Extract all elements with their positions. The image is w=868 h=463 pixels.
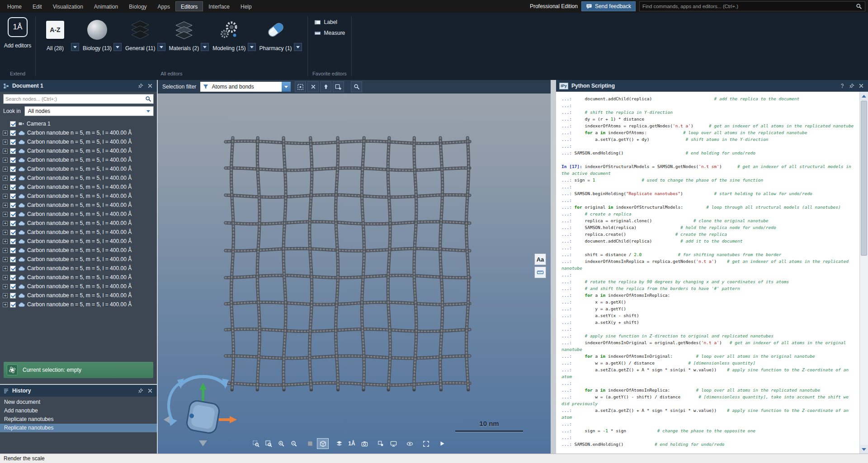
zoom-out-button[interactable] [288,438,300,449]
tree-row-nanotube[interactable]: Carbon nanotube n = 5, m = 5, l = 400.00… [0,237,157,246]
checkbox-checked[interactable] [10,175,16,181]
menu-item-help[interactable]: Help [235,1,257,11]
tree-row-nanotube[interactable]: Carbon nanotube n = 5, m = 5, l = 400.00… [0,273,157,282]
pan-left-arrow[interactable] [164,416,170,423]
zoom-window-button[interactable] [263,438,274,449]
tree-row-nanotube[interactable]: Carbon nanotube n = 5, m = 5, l = 400.00… [0,264,157,273]
look-in-dropdown[interactable]: All nodes [24,106,154,116]
zoom-in-button[interactable] [275,438,287,449]
orient-view-button[interactable] [317,438,329,449]
favorite-label[interactable]: Label [311,17,348,27]
close-icon[interactable] [146,82,154,89]
help-icon[interactable] [839,82,846,89]
menu-item-editors[interactable]: Editors [175,1,203,11]
dropdown-materials-2[interactable] [201,43,209,51]
tree-row-nanotube[interactable]: Carbon nanotube n = 5, m = 5, l = 400.00… [0,246,157,255]
checkbox-checked[interactable] [10,121,16,127]
checkbox-checked[interactable] [10,302,16,308]
expand-icon[interactable] [3,266,8,271]
play-button[interactable] [436,438,448,449]
send-feedback-button[interactable]: Send feedback [581,1,636,11]
tree-row-nanotube[interactable]: Carbon nanotube n = 5, m = 5, l = 400.00… [0,182,157,192]
presentation-button[interactable] [387,438,399,449]
dropdown-pharmacy-1[interactable] [294,43,302,51]
menu-item-visualization[interactable]: Visualization [47,1,89,11]
close-icon[interactable] [146,387,154,394]
nav-cube[interactable] [186,400,220,434]
rotate-vertical-arrow[interactable] [169,384,178,421]
ribbon-category-pharmacy-1[interactable]: Pharmacy (1) [258,15,304,51]
scroll-up-button[interactable] [860,92,868,100]
menu-item-biology[interactable]: Biology [123,1,152,11]
snapshot-button[interactable] [304,438,316,449]
expand-icon[interactable] [3,293,8,298]
select-up-button[interactable] [320,81,331,92]
tree-row-nanotube[interactable]: Carbon nanotube n = 5, m = 5, l = 400.00… [0,192,157,201]
pin-icon[interactable] [848,82,855,89]
checkbox-checked[interactable] [10,166,16,172]
scroll-down-button[interactable] [860,445,868,454]
checkbox-checked[interactable] [10,229,16,235]
pin-icon[interactable] [137,387,144,394]
navigation-gizmo[interactable] [160,366,246,450]
expand-icon[interactable] [3,257,8,262]
tree-row-nanotube[interactable]: Carbon nanotube n = 5, m = 5, l = 400.00… [0,219,157,228]
expand-icon[interactable] [3,176,8,181]
expand-icon[interactable] [3,239,8,244]
ribbon-category-biology-13[interactable]: Biology (13) [81,15,123,51]
tree-row-nanotube[interactable]: Carbon nanotube n = 5, m = 5, l = 400.00… [0,291,157,300]
checkbox-checked[interactable] [10,257,16,262]
find-button[interactable] [351,81,362,92]
checkbox-checked[interactable] [10,130,16,136]
checkbox-checked[interactable] [10,293,16,299]
visibility-button[interactable] [404,438,415,449]
close-icon[interactable] [858,82,865,89]
expand-icon[interactable] [3,275,8,280]
expand-icon[interactable] [3,131,8,136]
pan-down-arrow[interactable] [199,440,207,446]
expand-icon[interactable] [3,284,8,289]
checkbox-checked[interactable] [10,139,16,145]
add-editors-button[interactable]: 1Å Add editors [4,15,32,49]
expand-icon[interactable] [3,248,8,253]
expand-icon[interactable] [3,158,8,163]
tree-row-nanotube[interactable]: Carbon nanotube n = 5, m = 5, l = 400.00… [0,210,157,219]
dot-square-button[interactable] [375,438,387,449]
checkbox-checked[interactable] [10,275,16,281]
expand-icon[interactable] [3,167,8,172]
camera-view-button[interactable] [359,438,370,449]
scale-1a-button[interactable]: 1Å [346,438,358,449]
dropdown-all-28[interactable] [71,43,79,51]
menu-item-edit[interactable]: Edit [27,1,47,11]
box-select-button[interactable] [295,81,306,92]
expand-icon[interactable] [3,302,8,307]
tree-row-nanotube[interactable]: Carbon nanotube n = 5, m = 5, l = 400.00… [0,255,157,264]
panel-splitter[interactable] [551,80,556,454]
tree-row-nanotube[interactable]: Carbon nanotube n = 5, m = 5, l = 400.00… [0,137,157,146]
document-tree[interactable]: Camera 1Carbon nanotube n = 5, m = 5, l … [0,118,157,362]
view-layers-button[interactable] [333,438,345,449]
dropdown-general-11[interactable] [157,43,165,51]
history-item-replicate-nanotubes-3[interactable]: Replicate nanotubes [0,424,157,432]
expand-icon[interactable] [3,185,8,190]
expand-icon[interactable] [3,140,8,145]
ribbon-category-all-28[interactable]: A-ZAll (28) [39,15,81,51]
history-item-new-document-0[interactable]: New document [0,398,157,407]
expand-icon[interactable] [3,149,8,154]
expand-icon[interactable] [3,221,8,226]
expand-icon[interactable] [3,203,8,208]
expand-icon[interactable] [3,194,8,199]
checkbox-checked[interactable] [10,148,16,154]
node-search-field[interactable] [3,94,154,104]
checkbox-checked[interactable] [10,266,16,271]
checkbox-checked[interactable] [10,157,16,163]
tree-row-nanotube[interactable]: Carbon nanotube n = 5, m = 5, l = 400.00… [0,173,157,182]
zoom-select-button[interactable] [250,438,262,449]
history-item-add-nanotube-1[interactable]: Add nanotube [0,407,157,415]
menu-item-home[interactable]: Home [2,1,27,11]
checkbox-checked[interactable] [10,248,16,253]
ribbon-category-materials-2[interactable]: Materials (2) [167,15,211,51]
tree-row-nanotube[interactable]: Carbon nanotube n = 5, m = 5, l = 400.00… [0,164,157,173]
checkbox-checked[interactable] [10,239,16,244]
fullscreen-button[interactable] [420,438,432,449]
